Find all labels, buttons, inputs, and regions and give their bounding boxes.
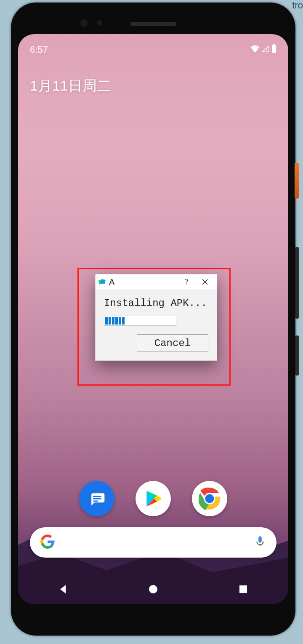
dialog-title: A <box>109 277 114 287</box>
google-g-icon <box>40 534 55 551</box>
mic-icon <box>254 535 266 548</box>
svg-rect-4 <box>93 498 101 499</box>
dialog-message: Installing APK... <box>104 298 208 309</box>
navigation-bar <box>18 574 288 604</box>
status-time: 6:57 <box>30 44 48 55</box>
play-store-icon <box>143 488 164 509</box>
svg-rect-5 <box>93 501 98 502</box>
volume-button <box>295 247 299 319</box>
svg-point-9 <box>149 585 157 593</box>
screen: 6:57 ! 1月11日周二 <box>18 34 288 604</box>
pycharm-icon <box>98 278 106 286</box>
dialog-help-button[interactable]: ? <box>177 278 196 287</box>
chrome-icon <box>195 484 224 513</box>
cancel-button[interactable]: Cancel <box>137 334 208 352</box>
nav-recents-button[interactable] <box>237 583 250 596</box>
voice-search-button[interactable] <box>254 535 266 550</box>
home-icon <box>149 585 158 594</box>
google-search-bar[interactable] <box>30 527 276 558</box>
app-messages[interactable] <box>79 481 114 516</box>
status-bar: 6:57 ! <box>18 44 288 55</box>
wifi-icon <box>250 44 260 55</box>
svg-text:!: ! <box>266 47 268 52</box>
install-apk-dialog: A ? Installing APK... Cancel <box>95 274 217 361</box>
recents-icon <box>239 585 247 593</box>
close-icon <box>202 279 208 285</box>
app-chrome[interactable] <box>192 481 227 516</box>
dialog-title-bar[interactable]: A ? <box>96 274 217 290</box>
earpiece-speaker <box>130 22 176 26</box>
app-play-store[interactable] <box>136 481 171 516</box>
side-button <box>295 335 299 376</box>
status-icons: ! <box>250 44 276 55</box>
svg-rect-12 <box>101 279 106 284</box>
messages-icon <box>88 489 106 508</box>
phone-frame: 6:57 ! 1月11日周二 <box>11 3 295 636</box>
nav-back-button[interactable] <box>57 583 69 596</box>
dialog-close-button[interactable] <box>196 274 214 290</box>
progress-bar <box>104 316 176 326</box>
dock <box>18 481 288 516</box>
battery-icon <box>271 44 276 55</box>
nav-home-button[interactable] <box>147 583 159 596</box>
svg-rect-3 <box>93 496 101 497</box>
svg-rect-2 <box>272 45 276 53</box>
background-text-fragment: tro <box>292 0 303 11</box>
date-widget[interactable]: 1月11日周二 <box>30 76 111 96</box>
proximity-sensor <box>97 20 102 25</box>
cellular-no-sim-icon: ! <box>261 44 270 55</box>
back-icon <box>58 584 68 594</box>
svg-rect-1 <box>273 44 275 45</box>
power-button <box>295 163 299 199</box>
front-camera <box>78 17 90 29</box>
svg-rect-10 <box>239 585 247 593</box>
